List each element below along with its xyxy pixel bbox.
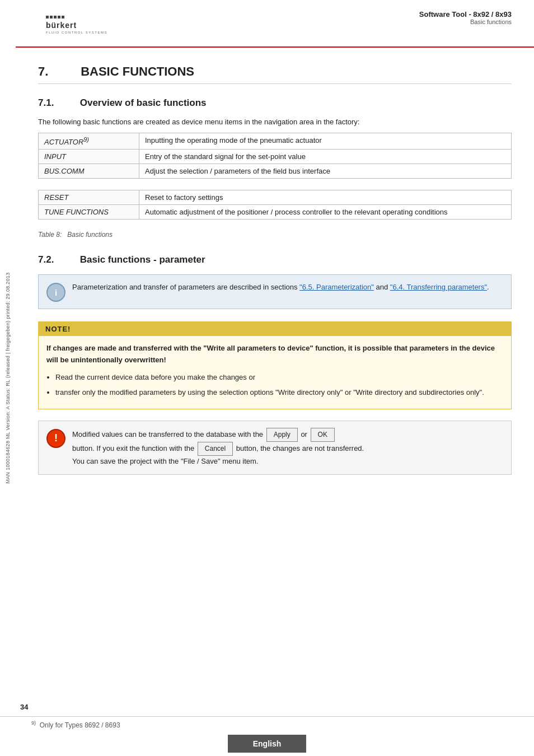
language-selector[interactable]: English xyxy=(228,735,306,753)
svg-rect-2 xyxy=(54,16,57,18)
table-cell-name: ACTUATOR9) xyxy=(39,133,139,150)
table-row: ACTUATOR9)Inputting the operating mode o… xyxy=(39,133,512,150)
warning-text2: button. If you exit the function with th… xyxy=(72,444,196,452)
table-cell-desc: Inputting the operating mode of the pneu… xyxy=(139,133,512,150)
apply-button-inline[interactable]: Apply xyxy=(266,428,298,442)
section7-heading: 7. BASIC FUNCTIONS xyxy=(38,64,512,84)
section71-heading: 7.1. Overview of basic functions xyxy=(38,97,512,109)
sidebar: MAN 1000184628 ML Version: A Status: RL … xyxy=(0,0,16,756)
table-cell-desc: Reset to factory settings xyxy=(139,190,512,205)
footnote-num: 9) xyxy=(31,720,36,726)
page-content: 7. BASIC FUNCTIONS 7.1. Overview of basi… xyxy=(38,48,512,498)
table-cell-name: INPUT xyxy=(39,150,139,164)
note-bullets: Read the current device data before you … xyxy=(46,372,503,399)
header-title: Software Tool - 8x92 / 8x93 xyxy=(419,10,512,18)
table-row: RESETReset to factory settings xyxy=(39,190,512,205)
table-caption-label: Table 8: xyxy=(38,231,62,239)
note-bullet-2: transfer only the modified parameters by… xyxy=(55,387,503,399)
section72-heading: 7.2. Basic functions - parameter xyxy=(38,254,512,265)
table-caption-text: Basic functions xyxy=(67,231,113,239)
sidebar-text: MAN 1000184628 ML Version: A Status: RL … xyxy=(5,272,11,483)
note-header: NOTE! xyxy=(39,322,511,336)
table-cell-desc: Automatic adjustment of the positioner /… xyxy=(139,205,512,220)
svg-rect-1 xyxy=(50,16,53,18)
section7-number: 7. xyxy=(38,64,77,79)
table-cell-name: BUS.COMM xyxy=(39,164,139,179)
cancel-button-inline[interactable]: Cancel xyxy=(198,442,233,456)
table-row: INPUTEntry of the standard signal for th… xyxy=(39,150,512,164)
footer-footnote: 9) Only for Types 8692 / 8693 xyxy=(31,717,534,731)
note-bullet-1: Read the current device data before you … xyxy=(55,372,503,384)
info-icon: i xyxy=(46,283,65,302)
section72-number: 7.2. xyxy=(38,254,77,265)
table-caption: Table 8: Basic functions xyxy=(38,231,512,239)
header-info: Software Tool - 8x92 / 8x93 Basic functi… xyxy=(419,10,512,25)
warning-icon: ! xyxy=(46,429,65,448)
footnote-text: Only for Types 8692 / 8693 xyxy=(40,721,120,729)
info-box: i Parameterization and transfer of param… xyxy=(38,274,512,309)
table-cell-desc: Adjust the selection / parameters of the… xyxy=(139,164,512,179)
section72-title: Basic functions - parameter xyxy=(80,254,205,265)
section71-title: Overview of basic functions xyxy=(80,97,207,108)
section7-title: BASIC FUNCTIONS xyxy=(81,64,194,78)
link-parameterization[interactable]: "6.5. Parameterization" xyxy=(299,283,374,291)
note-box: NOTE! If changes are made and transferre… xyxy=(38,321,512,409)
table-cell-name: RESET xyxy=(39,190,139,205)
note-content: If changes are made and transferred with… xyxy=(39,336,511,408)
warning-or: or xyxy=(301,430,309,438)
footer: 9) Only for Types 8692 / 8693 English xyxy=(0,716,534,756)
warning-text3: button, the changes are not transferred. xyxy=(236,444,364,452)
section71-intro: The following basic functions are create… xyxy=(38,118,512,126)
table2: RESETReset to factory settingsTUNE FUNCT… xyxy=(38,190,512,220)
logo-box: bürkert FLUID CONTROL SYSTEMS xyxy=(38,10,110,41)
main-content: 7. BASIC FUNCTIONS 7.1. Overview of basi… xyxy=(16,48,534,521)
table-row: BUS.COMMAdjust the selection / parameter… xyxy=(39,164,512,179)
warning-box: ! Modified values can be transferred to … xyxy=(38,421,512,475)
svg-rect-0 xyxy=(46,16,49,18)
warning-text4: You can save the project with the "File … xyxy=(72,457,258,465)
logo: bürkert FLUID CONTROL SYSTEMS xyxy=(38,10,110,41)
page-number: 34 xyxy=(16,703,28,711)
table-cell-desc: Entry of the standard signal for the set… xyxy=(139,150,512,164)
svg-text:bürkert: bürkert xyxy=(46,21,77,30)
info-text: Parameterization and transfer of paramet… xyxy=(72,282,489,293)
header-subtitle: Basic functions xyxy=(419,18,512,25)
warning-text1: Modified values can be transferred to th… xyxy=(72,430,265,438)
note-bold-text: If changes are made and transferred with… xyxy=(46,344,495,364)
page-header: bürkert FLUID CONTROL SYSTEMS Software T… xyxy=(16,0,534,48)
table1: ACTUATOR9)Inputting the operating mode o… xyxy=(38,133,512,179)
warning-text: Modified values can be transferred to th… xyxy=(72,428,364,468)
link-transferring[interactable]: "6.4. Transferring parameters" xyxy=(390,283,487,291)
burkert-logo-svg: bürkert FLUID CONTROL SYSTEMS xyxy=(40,12,107,37)
ok-button-inline[interactable]: OK xyxy=(311,428,335,442)
table-row: TUNE FUNCTIONSAutomatic adjustment of th… xyxy=(39,205,512,220)
section71-number: 7.1. xyxy=(38,97,77,109)
svg-rect-4 xyxy=(62,16,64,18)
table-cell-name: TUNE FUNCTIONS xyxy=(39,205,139,220)
svg-text:FLUID CONTROL SYSTEMS: FLUID CONTROL SYSTEMS xyxy=(46,31,107,34)
svg-rect-3 xyxy=(58,16,60,18)
